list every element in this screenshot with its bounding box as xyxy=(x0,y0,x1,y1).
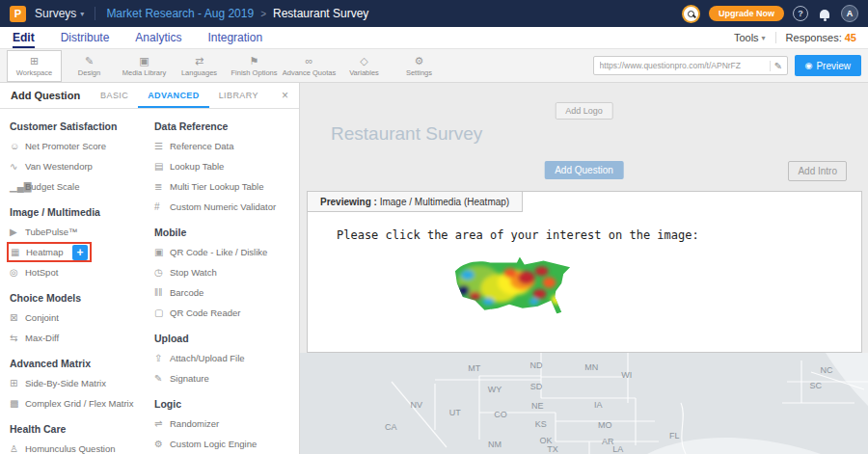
toolbar-item[interactable]: ∞ Advance Quotas xyxy=(282,50,337,82)
add-logo-button[interactable]: Add Logo xyxy=(555,102,613,120)
question-type-icon: ☺ xyxy=(10,141,25,151)
section-heading: Image / Multimedia xyxy=(10,206,145,218)
nav-tab[interactable]: Edit xyxy=(13,27,35,48)
question-type-label: Homunculus Question xyxy=(25,443,115,454)
map-state-label: NE xyxy=(531,401,544,411)
question-type-icon: ∿ xyxy=(10,161,25,172)
us-map[interactable]: MT ND MN WI SD WY NE IA NV UT CO KS xyxy=(300,353,868,454)
section-heading: Advanced Matrix xyxy=(10,358,145,369)
breadcrumb-folder[interactable]: Market Research - Aug 2019 xyxy=(106,7,254,20)
question-type-item[interactable]: ☰ Reference Data xyxy=(154,136,299,156)
section-upload: Upload ⇪ Attach/Upload File ✎ Signature xyxy=(154,333,299,388)
question-type-item[interactable]: ▣ QR Code - Like / Dislike xyxy=(154,242,299,262)
edit-url-icon[interactable]: ✎ xyxy=(770,61,787,71)
panel-title: Add Question xyxy=(0,83,91,108)
question-type-label: QR Code - Like / Dislike xyxy=(170,247,267,257)
nav-tab[interactable]: Distribute xyxy=(61,27,110,48)
question-type-item[interactable]: ▁▄▇ Budget Scale xyxy=(10,176,145,197)
help-button[interactable]: ? xyxy=(793,6,808,21)
question-type-icon: ☰ xyxy=(154,141,170,151)
question-type-label: Randomizer xyxy=(170,418,219,429)
question-type-item[interactable]: ▶ TubePulse™ xyxy=(10,222,145,242)
question-type-label: Barcode xyxy=(170,287,203,298)
toolbar-item[interactable]: ◇ Variables xyxy=(337,50,392,82)
question-type-item[interactable]: # Custom Numeric Validator xyxy=(154,197,299,217)
workspace-toolbar: ⊞ Workspace ✎ Design ▣ Media Library ⇄ L… xyxy=(0,49,868,83)
question-type-item[interactable]: ⇌ Randomizer xyxy=(154,414,299,434)
search-button[interactable] xyxy=(682,5,700,23)
survey-url[interactable]: https://www.questionpro.com/t/APNrFZ xyxy=(600,61,770,70)
survey-title[interactable]: Restaurant Survey xyxy=(331,123,482,145)
tools-label: Tools xyxy=(734,32,759,43)
question-type-label: Conjoint xyxy=(25,312,59,323)
breadcrumb-separator: > xyxy=(260,9,266,19)
toolbar-item[interactable]: ⇄ Languages xyxy=(172,50,227,82)
question-type-item[interactable]: ⇪ Attach/Upload File xyxy=(154,348,299,368)
tools-menu[interactable]: Tools ▾ xyxy=(734,32,766,43)
question-type-item[interactable]: ◷ Stop Watch xyxy=(154,262,299,282)
question-type-item[interactable]: ⚙ Custom Logic Engine xyxy=(154,434,299,454)
question-type-item[interactable]: ⊠ Conjoint xyxy=(10,307,145,328)
top-bar: P Surveys ▾ Market Research - Aug 2019 >… xyxy=(0,0,868,27)
add-question-panel: Add Question BASIC ADVANCED LIBRARY × Cu… xyxy=(0,83,300,454)
question-type-item[interactable]: ♙ Homunculus Question xyxy=(10,439,145,454)
toolbar-item[interactable]: ⊞ Workspace xyxy=(7,50,62,82)
section-heading: Data Reference xyxy=(154,120,299,132)
toolbar-item[interactable]: ✎ Design xyxy=(62,50,117,82)
upgrade-now-button[interactable]: Upgrade Now xyxy=(709,6,784,21)
toolbar-item[interactable]: ⚑ Finish Options xyxy=(227,50,282,82)
question-type-label: Net Promoter Score xyxy=(25,141,106,151)
add-heatmap-button[interactable]: + xyxy=(72,245,88,260)
map-state-label: IA xyxy=(594,400,603,410)
toolbar-item-icon: ⊞ xyxy=(30,55,39,67)
panel-header: Add Question BASIC ADVANCED LIBRARY × xyxy=(0,83,299,109)
question-type-item[interactable]: ⊞ Side-By-Side Matrix xyxy=(10,373,145,393)
responses-number: 45 xyxy=(845,32,856,43)
panel-tab[interactable]: LIBRARY xyxy=(209,83,268,108)
preview-button[interactable]: ◉ Preview xyxy=(795,55,861,76)
toolbar-item[interactable]: ⚙ Settings xyxy=(392,50,447,82)
question-type-item[interactable]: ▦ Heatmap + xyxy=(7,242,92,262)
responses-count[interactable]: Responses: 45 xyxy=(786,32,856,43)
question-type-item[interactable]: ⇆ Max-Diff xyxy=(10,328,145,348)
toolbar-item-icon: ⇄ xyxy=(195,55,203,67)
usa-heatmap-image[interactable] xyxy=(450,252,574,329)
question-type-label: Lookup Table xyxy=(170,161,224,172)
map-state-label: FL xyxy=(669,431,680,441)
question-type-label: Van Westendorp xyxy=(25,161,93,172)
map-state-label: CO xyxy=(494,410,507,419)
close-icon[interactable]: × xyxy=(271,83,299,108)
nav-tab[interactable]: Integration xyxy=(207,27,262,48)
question-type-item[interactable]: ‖‖ Barcode xyxy=(154,282,299,303)
add-intro-button[interactable]: Add Intro xyxy=(788,161,847,181)
question-type-item[interactable]: ≣ Multi Tier Lookup Table xyxy=(154,176,299,197)
question-type-icon: ⊞ xyxy=(10,378,25,388)
toolbar-item-label: Finish Options xyxy=(231,68,278,77)
question-type-item[interactable]: ☺ Net Promoter Score xyxy=(10,136,145,156)
section-mobile: Mobile ▣ QR Code - Like / Dislike ◷ Stop… xyxy=(154,227,299,323)
question-type-item[interactable]: ✎ Signature xyxy=(154,368,299,388)
section-data-reference: Data Reference ☰ Reference Data ▤ Lookup… xyxy=(154,120,299,217)
question-type-icon: ≣ xyxy=(154,181,170,192)
add-question-button[interactable]: Add Question xyxy=(544,161,624,179)
avatar[interactable]: A xyxy=(841,5,858,22)
question-type-item[interactable]: ∿ Van Westendorp xyxy=(10,156,145,176)
question-type-item[interactable]: ▢ QR Code Reader xyxy=(154,303,299,323)
question-type-item[interactable]: ▤ Lookup Table xyxy=(154,156,299,176)
question-type-item[interactable]: ▩ Complex Grid / Flex Matrix xyxy=(10,393,145,414)
surveys-menu[interactable]: Surveys ▾ xyxy=(35,7,84,20)
section-customer-satisfaction: Customer Satisfaction ☺ Net Promoter Sco… xyxy=(10,120,145,197)
nav-tab[interactable]: Analytics xyxy=(135,27,181,48)
survey-url-box: https://www.questionpro.com/t/APNrFZ ✎ xyxy=(593,56,788,75)
notifications-button[interactable] xyxy=(817,6,832,21)
toolbar-item[interactable]: ▣ Media Library xyxy=(117,50,172,82)
question-type-label: Heatmap xyxy=(26,247,64,257)
panel-tab[interactable]: BASIC xyxy=(91,83,138,108)
question-type-item[interactable]: ◎ HotSpot xyxy=(10,262,145,282)
panel-tab[interactable]: ADVANCED xyxy=(138,83,209,108)
divider xyxy=(95,7,95,20)
question-type-icon: ▩ xyxy=(10,398,25,409)
question-text: Please click the area of your interest o… xyxy=(337,228,699,242)
previewing-label: Previewing : xyxy=(320,197,377,207)
questionpro-logo[interactable]: P xyxy=(10,6,26,22)
